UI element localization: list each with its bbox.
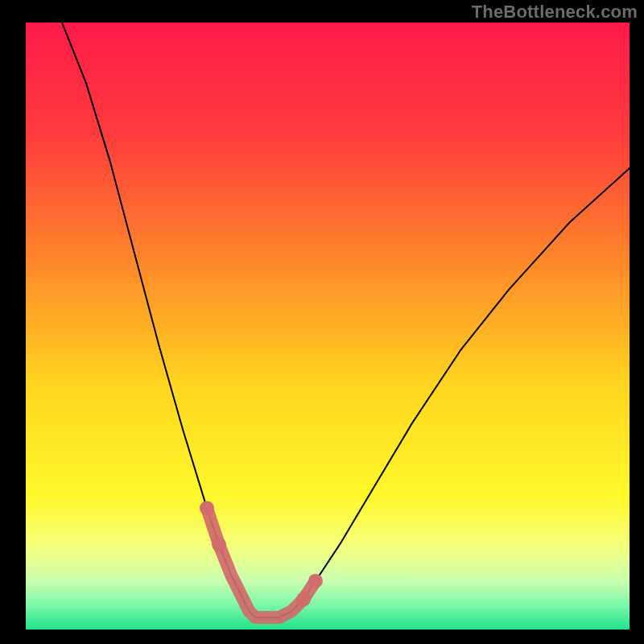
marker-dot	[200, 501, 214, 515]
marker-dot	[308, 574, 323, 588]
marker-dot	[212, 537, 226, 551]
gradient-background	[26, 23, 630, 630]
bottleneck-chart	[0, 0, 644, 644]
chart-frame: TheBottleneck.com	[0, 0, 644, 644]
marker-dot	[296, 592, 311, 606]
watermark-text: TheBottleneck.com	[472, 2, 638, 23]
